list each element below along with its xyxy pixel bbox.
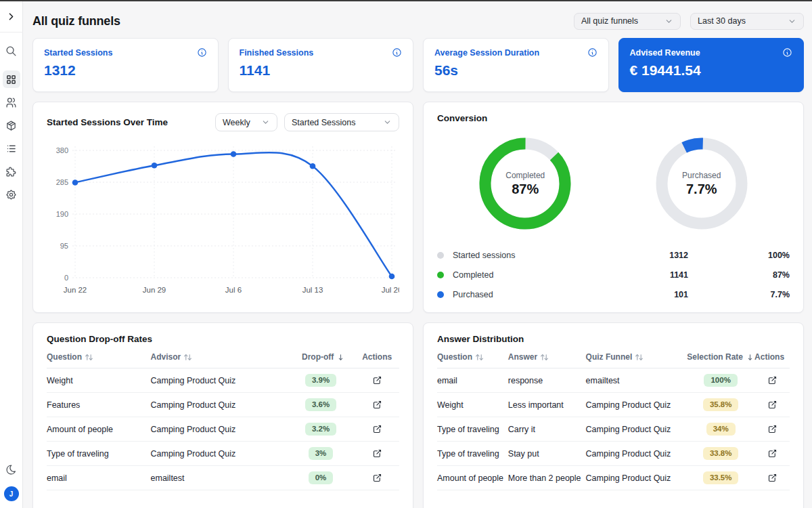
legend-label: Completed — [453, 270, 539, 280]
stat-label: Started Sessions — [44, 48, 112, 58]
period-select[interactable]: Weekly — [215, 113, 277, 131]
search-icon — [5, 45, 17, 57]
svg-text:190: 190 — [56, 210, 68, 218]
actions-cell — [754, 424, 790, 434]
column-header-quiz-funnel[interactable]: Quiz Funnel — [586, 352, 687, 362]
stat-card-started-sessions: Started Sessions 1312 — [32, 38, 219, 92]
info-icon[interactable] — [392, 47, 402, 58]
sidebar-item-list[interactable] — [3, 140, 20, 157]
dropoff-table-row: emailemailtest0% — [47, 466, 399, 490]
answer-cell: response — [508, 376, 586, 385]
users-icon — [5, 97, 17, 108]
legend-row-started-sessions: Started sessions 1312 100% — [437, 245, 790, 265]
advisor-cell: emailtest — [151, 473, 287, 483]
panel-title: Started Sessions Over Time — [47, 117, 168, 127]
open-external-link-button[interactable] — [767, 400, 777, 410]
question-cell: Type of traveling — [47, 449, 151, 459]
column-header-question[interactable]: Question — [47, 352, 151, 362]
sidebar-item-users[interactable] — [3, 93, 20, 111]
legend-row-completed: Completed 1141 87% — [437, 265, 790, 284]
completed-donut-chart: Completed 87% — [474, 133, 576, 234]
svg-text:Jul 6: Jul 6 — [225, 286, 242, 294]
selection-rate-cell: 100% — [687, 374, 754, 387]
selection-rate-cell: 33.8% — [687, 447, 754, 461]
info-icon[interactable] — [197, 47, 207, 58]
answer-distribution-panel: Answer Distribution Question Answer Quiz… — [423, 322, 804, 508]
quiz-funnel-cell: Camping Product Quiz — [586, 473, 687, 483]
metric-select[interactable]: Started Sessions — [284, 113, 399, 131]
sort-desc-icon — [746, 353, 754, 362]
open-external-link-button[interactable] — [767, 473, 777, 483]
selection-rate-badge: 34% — [706, 423, 736, 436]
sidebar-item-search[interactable] — [3, 42, 20, 60]
sidebar-item-settings[interactable] — [3, 186, 20, 203]
sessions-line-chart: 095190285380Jun 22Jun 29Jul 6Jul 13Jul 2… — [47, 138, 399, 306]
column-header-advisor[interactable]: Advisor — [151, 352, 287, 362]
question-cell: Weight — [437, 400, 508, 410]
settings-gear-icon — [5, 189, 17, 200]
column-header-selection-rate[interactable]: Selection Rate — [687, 352, 754, 362]
legend-row-purchased: Purchased 101 7.7% — [437, 284, 790, 304]
external-link-icon — [372, 375, 382, 385]
external-link-icon — [372, 448, 382, 459]
answer-cell: More than 2 people — [508, 473, 586, 483]
open-external-link-button[interactable] — [767, 424, 777, 434]
open-external-link-button[interactable] — [767, 448, 777, 459]
stat-card-finished-sessions: Finished Sessions 1141 — [228, 38, 414, 92]
question-cell: email — [47, 473, 151, 483]
question-cell: Amount of people — [47, 425, 151, 434]
sidebar-item-integrations[interactable] — [3, 163, 20, 180]
panel-title: Conversion — [437, 113, 487, 123]
info-icon[interactable] — [587, 47, 597, 58]
dropoff-table-row: WeightCamping Product Quiz3.9% — [47, 368, 399, 393]
dropoff-badge: 3.9% — [305, 374, 336, 387]
sessions-over-time-panel: Started Sessions Over Time Weekly Starte… — [32, 102, 413, 313]
purchased-donut-chart: Purchased 7.7% — [651, 133, 752, 234]
sidebar-item-products[interactable] — [3, 117, 20, 134]
date-range-value: Last 30 days — [698, 16, 746, 26]
funnel-filter-select[interactable]: All quiz funnels — [574, 13, 681, 30]
stat-value: 1141 — [240, 62, 403, 79]
question-cell: email — [437, 376, 508, 385]
question-cell: Weight — [47, 376, 151, 385]
info-icon[interactable] — [782, 47, 792, 58]
open-external-link-button[interactable] — [372, 448, 382, 459]
legend-label: Purchased — [453, 290, 539, 299]
selection-rate-badge: 35.8% — [703, 398, 739, 412]
answer-table-row: Type of travelingCarry itCamping Product… — [437, 417, 790, 442]
actions-cell — [355, 424, 399, 434]
chevron-down-icon — [383, 118, 392, 127]
answer-table-row: Amount of peopleMore than 2 peopleCampin… — [437, 466, 790, 490]
sidebar-item-dashboard[interactable] — [3, 70, 20, 88]
column-header-dropoff[interactable]: Drop-off — [287, 352, 355, 362]
sort-icon — [540, 353, 549, 362]
dropoff-cell: 3.6% — [287, 398, 355, 412]
open-external-link-button[interactable] — [372, 473, 382, 483]
period-value: Weekly — [223, 118, 250, 127]
stat-label: Finished Sessions — [240, 48, 314, 58]
open-external-link-button[interactable] — [372, 375, 382, 385]
column-header-question[interactable]: Question — [437, 352, 508, 362]
panel-title: Question Drop-off Rates — [47, 334, 152, 344]
external-link-icon — [372, 424, 382, 434]
theme-toggle-button[interactable] — [3, 461, 20, 478]
selection-rate-badge: 100% — [704, 374, 737, 387]
dropoff-table-row: FeaturesCamping Product Quiz3.6% — [47, 393, 399, 417]
actions-cell — [754, 448, 790, 459]
dropoff-badge: 0% — [309, 471, 334, 485]
dropoff-badge: 3% — [309, 447, 334, 461]
open-external-link-button[interactable] — [372, 424, 382, 434]
selection-rate-badge: 33.8% — [703, 447, 739, 461]
sidebar-expand-button[interactable] — [3, 7, 20, 25]
user-avatar[interactable]: J — [4, 486, 19, 501]
open-external-link-button[interactable] — [767, 375, 777, 385]
open-external-link-button[interactable] — [372, 400, 382, 410]
chevron-down-icon — [664, 17, 673, 26]
column-header-answer[interactable]: Answer — [508, 352, 586, 362]
dropoff-badge: 3.2% — [305, 423, 336, 436]
date-range-select[interactable]: Last 30 days — [690, 13, 804, 30]
answer-cell: Less important — [508, 400, 586, 410]
svg-text:Jul 20: Jul 20 — [382, 286, 399, 294]
actions-cell — [754, 400, 790, 410]
chevron-down-icon — [788, 17, 796, 26]
